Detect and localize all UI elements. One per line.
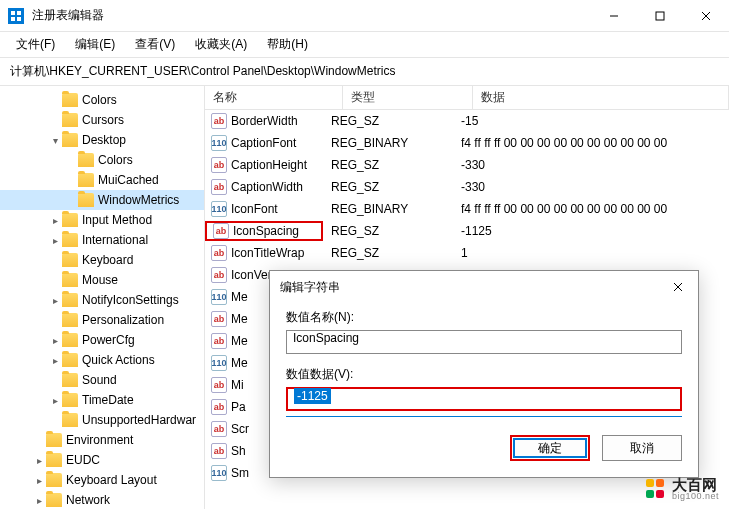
cancel-button[interactable]: 取消 [602, 435, 682, 461]
tree-item[interactable]: ▸PowerCfg [0, 330, 204, 350]
binary-value-icon: 110 [211, 135, 227, 151]
tree-panel[interactable]: ▸Colors▸Cursors▾Desktop▸Colors▸MuiCached… [0, 86, 205, 509]
binary-value-icon: 110 [211, 465, 227, 481]
list-row[interactable]: abBorderWidthREG_SZ-15 [205, 110, 729, 132]
tree-item[interactable]: ▸Colors [0, 150, 204, 170]
addressbar[interactable]: 计算机\HKEY_CURRENT_USER\Control Panel\Desk… [0, 58, 729, 86]
value-name-label: 数值名称(N): [286, 309, 682, 326]
cell-data: 1 [453, 246, 729, 260]
tree-item-label: Personalization [82, 313, 164, 327]
tree-item[interactable]: ▸Environment [0, 430, 204, 450]
tree-item[interactable]: ▸MuiCached [0, 170, 204, 190]
folder-icon [78, 153, 94, 167]
cell-name: 110IconFont [205, 201, 323, 217]
cell-data: f4 ff ff ff 00 00 00 00 00 00 00 00 00 0… [453, 202, 729, 216]
tree-item[interactable]: ▸International [0, 230, 204, 250]
value-name-input[interactable]: IconSpacing [286, 330, 682, 354]
titlebar: 注册表编辑器 [0, 0, 729, 32]
tree-item[interactable]: ▸Keyboard Layout [0, 470, 204, 490]
svg-rect-0 [11, 11, 15, 15]
svg-rect-5 [656, 12, 664, 20]
list-row[interactable]: abIconSpacingREG_SZ-1125 [205, 220, 729, 242]
tree-item[interactable]: ▸TimeDate [0, 390, 204, 410]
tree-item[interactable]: ▸Colors [0, 90, 204, 110]
menu-favorites[interactable]: 收藏夹(A) [187, 32, 255, 57]
string-value-icon: ab [211, 113, 227, 129]
tree-item-label: Input Method [82, 213, 152, 227]
string-value-icon: ab [211, 421, 227, 437]
chevron-right-icon[interactable]: ▸ [48, 293, 62, 307]
chevron-right-icon[interactable]: ▸ [48, 233, 62, 247]
folder-icon [62, 93, 78, 107]
string-value-icon: ab [211, 311, 227, 327]
tree-item[interactable]: ▸Network [0, 490, 204, 509]
cell-name: abIconSpacing [205, 221, 323, 241]
chevron-right-icon[interactable]: ▸ [32, 493, 46, 507]
tree-item[interactable]: ▸Personalization [0, 310, 204, 330]
chevron-right-icon[interactable]: ▸ [48, 393, 62, 407]
binary-value-icon: 110 [211, 289, 227, 305]
tree-item[interactable]: ▸Quick Actions [0, 350, 204, 370]
tree-item-label: Keyboard [82, 253, 133, 267]
menu-file[interactable]: 文件(F) [8, 32, 63, 57]
tree-item[interactable]: ▸NotifyIconSettings [0, 290, 204, 310]
dialog-close-button[interactable] [668, 277, 688, 297]
list-row[interactable]: 110CaptionFontREG_BINARYf4 ff ff ff 00 0… [205, 132, 729, 154]
chevron-right-icon[interactable]: ▸ [32, 473, 46, 487]
column-name[interactable]: 名称 [205, 86, 343, 109]
tree-item-label: PowerCfg [82, 333, 135, 347]
cell-type: REG_SZ [323, 180, 453, 194]
tree-item-label: Keyboard Layout [66, 473, 157, 487]
cell-data: -15 [453, 114, 729, 128]
chevron-right-icon[interactable]: ▸ [32, 453, 46, 467]
tree-item-label: Mouse [82, 273, 118, 287]
window-title: 注册表编辑器 [32, 7, 591, 24]
folder-icon [62, 133, 78, 147]
cell-type: REG_BINARY [323, 136, 453, 150]
menu-edit[interactable]: 编辑(E) [67, 32, 123, 57]
tree-item[interactable]: ▸Cursors [0, 110, 204, 130]
minimize-button[interactable] [591, 0, 637, 32]
close-button[interactable] [683, 0, 729, 32]
chevron-right-icon[interactable]: ▸ [48, 213, 62, 227]
folder-icon [62, 273, 78, 287]
menu-help[interactable]: 帮助(H) [259, 32, 316, 57]
list-row[interactable]: abIconTitleWrapREG_SZ1 [205, 242, 729, 264]
svg-rect-3 [17, 17, 21, 21]
maximize-button[interactable] [637, 0, 683, 32]
app-icon [8, 8, 24, 24]
string-value-icon: ab [211, 179, 227, 195]
tree-item-label: NotifyIconSettings [82, 293, 179, 307]
ok-button[interactable]: 确定 [510, 435, 590, 461]
column-data[interactable]: 数据 [473, 86, 729, 109]
value-data-input[interactable]: -1125 [286, 387, 682, 411]
tree-item[interactable]: ▸Input Method [0, 210, 204, 230]
folder-icon [62, 353, 78, 367]
tree-item[interactable]: ▸WindowMetrics [0, 190, 204, 210]
list-row[interactable]: abCaptionWidthREG_SZ-330 [205, 176, 729, 198]
tree-item[interactable]: ▸EUDC [0, 450, 204, 470]
tree-item[interactable]: ▸Mouse [0, 270, 204, 290]
window-controls [591, 0, 729, 32]
tree-item[interactable]: ▾Desktop [0, 130, 204, 150]
tree-item[interactable]: ▸Keyboard [0, 250, 204, 270]
chevron-right-icon[interactable]: ▸ [48, 333, 62, 347]
chevron-down-icon[interactable]: ▾ [48, 133, 62, 147]
chevron-right-icon[interactable]: ▸ [48, 353, 62, 367]
folder-icon [62, 313, 78, 327]
list-row[interactable]: abCaptionHeightREG_SZ-330 [205, 154, 729, 176]
string-value-icon: ab [211, 443, 227, 459]
svg-rect-2 [11, 17, 15, 21]
tree-item-label: Quick Actions [82, 353, 155, 367]
tree-item[interactable]: ▸Sound [0, 370, 204, 390]
list-row[interactable]: 110IconFontREG_BINARYf4 ff ff ff 00 00 0… [205, 198, 729, 220]
string-value-icon: ab [211, 399, 227, 415]
address-path: 计算机\HKEY_CURRENT_USER\Control Panel\Desk… [10, 63, 395, 80]
column-type[interactable]: 类型 [343, 86, 473, 109]
cell-data: -330 [453, 180, 729, 194]
cell-type: REG_SZ [323, 158, 453, 172]
tree-item[interactable]: ▸UnsupportedHardwar [0, 410, 204, 430]
folder-icon [62, 113, 78, 127]
binary-value-icon: 110 [211, 355, 227, 371]
menu-view[interactable]: 查看(V) [127, 32, 183, 57]
